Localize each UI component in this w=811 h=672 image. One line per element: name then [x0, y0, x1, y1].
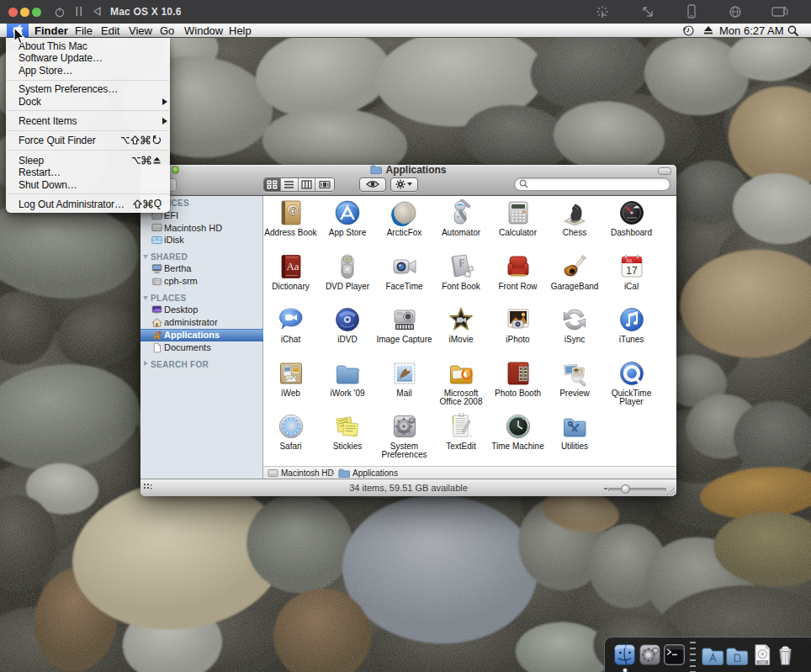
svg-text:F: F	[459, 256, 465, 268]
svg-text:JUL: JUL	[626, 258, 633, 262]
svg-text:PREF: PREF	[759, 661, 766, 664]
svg-text:17: 17	[626, 265, 638, 277]
svg-text:@: @	[288, 205, 297, 215]
svg-text:DVD: DVD	[344, 258, 351, 262]
svg-text:Aa: Aa	[286, 260, 299, 273]
